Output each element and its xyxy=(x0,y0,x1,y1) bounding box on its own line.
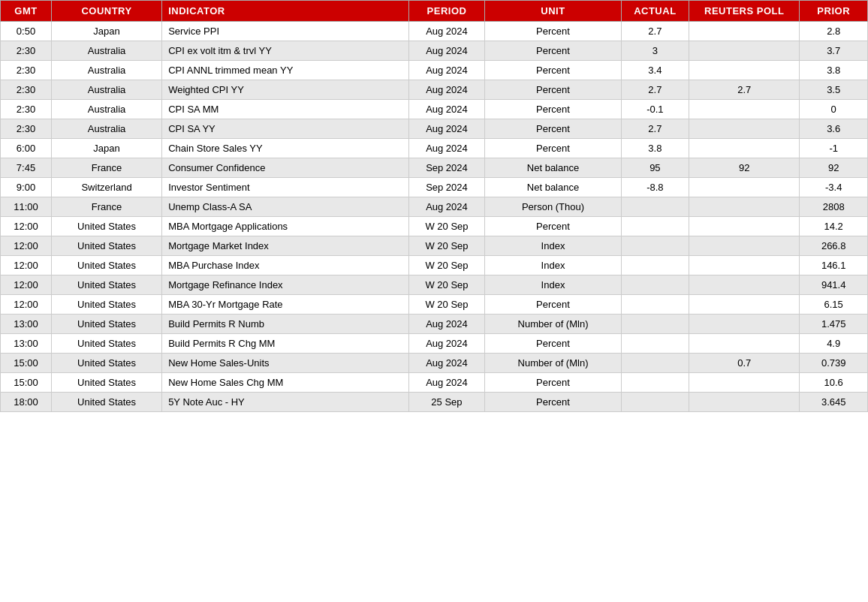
cell-col-gmt: 0:50 xyxy=(1,22,52,41)
cell-col-unit: Number of (Mln) xyxy=(485,315,621,334)
cell-col-prior: 0 xyxy=(800,100,868,119)
cell-col-period: Aug 2024 xyxy=(408,315,485,334)
cell-col-reuters xyxy=(689,393,800,412)
cell-col-reuters xyxy=(689,61,800,80)
cell-col-unit: Percent xyxy=(485,61,621,80)
cell-col-gmt: 7:45 xyxy=(1,158,52,178)
cell-col-country: United States xyxy=(51,354,161,373)
cell-col-prior: -3.4 xyxy=(800,178,868,197)
cell-col-unit: Index xyxy=(485,236,621,256)
cell-col-reuters: 0.7 xyxy=(689,354,800,373)
cell-col-prior: 14.2 xyxy=(800,217,868,236)
cell-col-unit: Percent xyxy=(485,393,621,412)
column-header-indicator: INDICATOR xyxy=(162,1,408,22)
cell-col-unit: Number of (Mln) xyxy=(485,354,621,373)
cell-col-gmt: 15:00 xyxy=(1,354,52,373)
cell-col-reuters xyxy=(689,315,800,334)
cell-col-country: Japan xyxy=(51,22,161,41)
cell-col-prior: 266.8 xyxy=(800,236,868,256)
cell-col-period: Aug 2024 xyxy=(408,334,485,354)
table-row: 12:00United StatesMBA 30-Yr Mortgage Rat… xyxy=(1,295,868,315)
cell-col-indicator: New Home Sales-Units xyxy=(162,354,408,373)
cell-col-country: United States xyxy=(51,275,161,295)
cell-col-actual xyxy=(621,334,689,354)
table-row: 7:45FranceConsumer ConfidenceSep 2024Net… xyxy=(1,158,868,178)
cell-col-prior: 3.6 xyxy=(800,119,868,139)
cell-col-unit: Net balance xyxy=(485,158,621,178)
cell-col-country: Australia xyxy=(51,100,161,119)
cell-col-indicator: Weighted CPI YY xyxy=(162,80,408,100)
cell-col-reuters: 2.7 xyxy=(689,80,800,100)
cell-col-indicator: MBA Mortgage Applications xyxy=(162,217,408,236)
table-row: 2:30AustraliaCPI SA YYAug 2024Percent2.7… xyxy=(1,119,868,139)
cell-col-actual: -0.1 xyxy=(621,100,689,119)
cell-col-indicator: New Home Sales Chg MM xyxy=(162,373,408,393)
cell-col-unit: Percent xyxy=(485,22,621,41)
cell-col-country: France xyxy=(51,197,161,217)
cell-col-unit: Index xyxy=(485,256,621,275)
cell-col-prior: 6.15 xyxy=(800,295,868,315)
cell-col-prior: 3.7 xyxy=(800,41,868,61)
column-header-period: PERIOD xyxy=(408,1,485,22)
cell-col-country: Australia xyxy=(51,80,161,100)
cell-col-country: France xyxy=(51,158,161,178)
cell-col-prior: 2808 xyxy=(800,197,868,217)
cell-col-actual xyxy=(621,295,689,315)
cell-col-period: Aug 2024 xyxy=(408,100,485,119)
cell-col-reuters xyxy=(689,236,800,256)
cell-col-period: Aug 2024 xyxy=(408,80,485,100)
table-row: 15:00United StatesNew Home Sales-UnitsAu… xyxy=(1,354,868,373)
cell-col-actual: 2.7 xyxy=(621,80,689,100)
cell-col-actual xyxy=(621,256,689,275)
cell-col-gmt: 13:00 xyxy=(1,334,52,354)
cell-col-actual xyxy=(621,393,689,412)
economic-calendar-table: GMTCOUNTRYINDICATORPERIODUNITACTUALREUTE… xyxy=(0,0,868,412)
cell-col-unit: Person (Thou) xyxy=(485,197,621,217)
cell-col-indicator: Service PPI xyxy=(162,22,408,41)
cell-col-indicator: CPI SA MM xyxy=(162,100,408,119)
cell-col-country: Japan xyxy=(51,139,161,158)
cell-col-actual: 3.4 xyxy=(621,61,689,80)
table-row: 2:30AustraliaCPI SA MMAug 2024Percent-0.… xyxy=(1,100,868,119)
cell-col-actual xyxy=(621,354,689,373)
cell-col-period: Aug 2024 xyxy=(408,22,485,41)
cell-col-gmt: 2:30 xyxy=(1,80,52,100)
cell-col-prior: -1 xyxy=(800,139,868,158)
cell-col-country: United States xyxy=(51,256,161,275)
cell-col-reuters xyxy=(689,373,800,393)
cell-col-actual: 3 xyxy=(621,41,689,61)
cell-col-prior: 3.8 xyxy=(800,61,868,80)
cell-col-gmt: 6:00 xyxy=(1,139,52,158)
cell-col-period: W 20 Sep xyxy=(408,275,485,295)
cell-col-gmt: 12:00 xyxy=(1,217,52,236)
cell-col-gmt: 2:30 xyxy=(1,41,52,61)
table-row: 9:00SwitzerlandInvestor SentimentSep 202… xyxy=(1,178,868,197)
cell-col-indicator: Build Permits R Numb xyxy=(162,315,408,334)
cell-col-indicator: Unemp Class-A SA xyxy=(162,197,408,217)
cell-col-period: Sep 2024 xyxy=(408,158,485,178)
cell-col-gmt: 9:00 xyxy=(1,178,52,197)
cell-col-prior: 92 xyxy=(800,158,868,178)
cell-col-indicator: MBA Purchase Index xyxy=(162,256,408,275)
cell-col-gmt: 18:00 xyxy=(1,393,52,412)
cell-col-gmt: 2:30 xyxy=(1,61,52,80)
cell-col-actual: 95 xyxy=(621,158,689,178)
cell-col-reuters xyxy=(689,119,800,139)
cell-col-prior: 1.475 xyxy=(800,315,868,334)
cell-col-country: United States xyxy=(51,295,161,315)
cell-col-period: Aug 2024 xyxy=(408,119,485,139)
column-header-unit: UNIT xyxy=(485,1,621,22)
column-header-country: COUNTRY xyxy=(51,1,161,22)
cell-col-gmt: 12:00 xyxy=(1,295,52,315)
cell-col-unit: Percent xyxy=(485,100,621,119)
cell-col-period: 25 Sep xyxy=(408,393,485,412)
cell-col-period: Aug 2024 xyxy=(408,197,485,217)
table-row: 18:00United States5Y Note Auc - HY25 Sep… xyxy=(1,393,868,412)
cell-col-period: Aug 2024 xyxy=(408,354,485,373)
cell-col-gmt: 11:00 xyxy=(1,197,52,217)
cell-col-prior: 10.6 xyxy=(800,373,868,393)
cell-col-actual: -8.8 xyxy=(621,178,689,197)
column-header-actual: ACTUAL xyxy=(621,1,689,22)
cell-col-reuters xyxy=(689,178,800,197)
table-row: 13:00United StatesBuild Permits R Chg MM… xyxy=(1,334,868,354)
